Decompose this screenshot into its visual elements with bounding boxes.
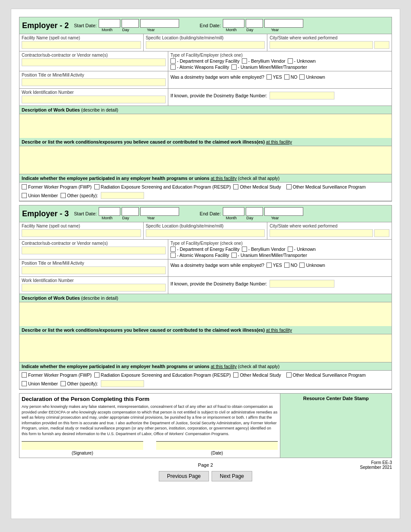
employer-2-fwp-cb[interactable]: [22, 184, 27, 189]
employer-2-other-surv-cb[interactable]: [286, 184, 292, 189]
employer-3-other-specify-input[interactable]: [101, 380, 144, 387]
employer-3-facilitytype-cell: Type of Facility/Employer (check one) - …: [168, 240, 392, 259]
employer-3-other-specify-cb[interactable]: [61, 381, 66, 386]
employer-2-doe-checkbox[interactable]: [170, 58, 176, 64]
employer-3-fwp-cb[interactable]: [22, 372, 27, 378]
employer-2-dosnum-input[interactable]: [270, 92, 334, 99]
employer-3-start-day[interactable]: [122, 207, 139, 216]
employer-3-position-input[interactable]: [22, 266, 166, 274]
signature-line[interactable]: [22, 441, 143, 450]
employer-2-contractor-input[interactable]: [22, 58, 166, 66]
employer-2-no-option[interactable]: NO: [284, 74, 298, 80]
employer-3-location-input[interactable]: [146, 229, 265, 237]
employer-2-doe-option[interactable]: - Department of Energy Facility: [170, 58, 240, 64]
employer-3-beryllium-option[interactable]: - Beryllium Vendor: [242, 247, 286, 252]
employer-2-beryllium-checkbox[interactable]: [242, 58, 247, 64]
employer-2-yes-checkbox[interactable]: [267, 74, 272, 80]
employer-3-uranium-option[interactable]: - Uranium Miner/Miller/Transporter: [231, 253, 307, 258]
employer-3-start-year[interactable]: [140, 207, 179, 216]
employer-3-dosnum-input[interactable]: [270, 280, 334, 288]
employer-2-resep-checkbox-item[interactable]: Radiation Exposure Screening and Educati…: [94, 184, 231, 189]
employer-2-state-input[interactable]: [374, 41, 389, 49]
employer-3-doe-option[interactable]: - Department of Energy Facility: [170, 247, 240, 252]
employer-2-other-med-study-cb[interactable]: [233, 184, 238, 189]
employer-3-describe-work-area[interactable]: [19, 302, 392, 326]
employer-2-location-input[interactable]: [146, 41, 265, 49]
employer-3-resep-cb[interactable]: [94, 372, 100, 378]
employer-3-doe-checkbox[interactable]: [170, 247, 176, 252]
employer-2-unknown-option[interactable]: - Unknown: [288, 58, 316, 64]
employer-2-union-cb[interactable]: [22, 193, 27, 198]
employer-2-describe-work-area[interactable]: [19, 114, 392, 138]
employer-2-facility-input[interactable]: [22, 41, 141, 49]
employer-2-other-surv-item[interactable]: Other Medical Surveillance Program: [286, 184, 366, 189]
employer-2-workid-input[interactable]: [22, 96, 166, 103]
employer-2-union-item[interactable]: Union Member: [22, 192, 58, 199]
employer-2-uranium-option[interactable]: - Uranium Miner/Miller/Transporter: [231, 64, 307, 70]
employer-3-unknown-option[interactable]: - Unknown: [288, 247, 316, 252]
employer-2-start-day[interactable]: [122, 19, 139, 28]
employer-3-no-option[interactable]: NO: [284, 263, 298, 268]
employer-3-no-checkbox[interactable]: [284, 263, 289, 268]
employer-2-end-month[interactable]: [223, 19, 244, 28]
employer-3-beryllium-checkbox[interactable]: [242, 247, 247, 252]
employer-3-resep-checkbox-item[interactable]: Radiation Exposure Screening and Educati…: [94, 372, 231, 378]
employer-3-other-surv-item[interactable]: Other Medical Surveillance Program: [286, 372, 366, 378]
employer-2-end-year[interactable]: [264, 19, 303, 28]
employer-3-other-med-study-item[interactable]: Other Medical Study: [233, 372, 281, 378]
employer-2-uranium-checkbox[interactable]: [231, 64, 237, 70]
employer-2-other-specify-item[interactable]: Other (specify):: [61, 192, 144, 199]
employer-3-uranium-checkbox[interactable]: [231, 253, 237, 258]
employer-3-contractor-input[interactable]: [22, 247, 166, 254]
employer-2-other-med-study-item[interactable]: Other Medical Study: [233, 184, 281, 189]
employer-3-conditions-area[interactable]: [19, 334, 392, 362]
employer-2-resep-cb[interactable]: [94, 184, 100, 189]
employer-3-start-day-label: Day: [117, 216, 135, 220]
employer-2-unk-option[interactable]: Unknown: [299, 74, 325, 80]
employer-2-facility-label: Facility Name (spell out name): [22, 35, 141, 40]
employer-3-location-cell: Specific Location (building/site/mine/mi…: [144, 222, 268, 239]
employer-3-awf-option[interactable]: - Atomic Weapons Facility: [170, 253, 229, 258]
employer-2-unknown-checkbox[interactable]: [288, 58, 293, 64]
employer-3-end-year[interactable]: [264, 207, 303, 216]
employer-2-other-specify-input[interactable]: [101, 192, 144, 199]
employer-3-fwp-checkbox-item[interactable]: Former Worker Program (FWP): [22, 372, 92, 378]
employer-3-unk-option[interactable]: Unknown: [299, 263, 325, 268]
employer-2-fwp-checkbox-item[interactable]: Former Worker Program (FWP): [22, 184, 92, 189]
employer-3-other-med-study-cb[interactable]: [233, 372, 238, 378]
employer-2-unk-checkbox[interactable]: [299, 74, 305, 80]
employer-2-awf-checkbox[interactable]: [170, 64, 176, 70]
employer-2-start-year[interactable]: [140, 19, 179, 28]
previous-page-button[interactable]: Previous Page: [159, 471, 209, 481]
employer-3-yes-option[interactable]: YES: [267, 263, 282, 268]
employer-3-facility-input[interactable]: [22, 229, 141, 237]
employer-3-unknown-checkbox[interactable]: [288, 247, 293, 252]
employer-3-union-cb[interactable]: [22, 381, 27, 386]
employer-2-start-month[interactable]: [99, 19, 120, 28]
employer-2-end-day[interactable]: [246, 19, 263, 28]
employer-3-start-month[interactable]: [99, 207, 120, 216]
employer-3-awf-checkbox[interactable]: [170, 253, 176, 258]
employer-3-other-specify-item[interactable]: Other (specify):: [61, 380, 144, 387]
employer-3-state-input[interactable]: [374, 229, 389, 237]
employer-2-beryllium-option[interactable]: - Beryllium Vendor: [242, 58, 286, 64]
employer-3-end-day-label: Day: [241, 216, 259, 220]
employer-2-position-input[interactable]: [22, 78, 166, 86]
employer-3-end-day[interactable]: [246, 207, 263, 216]
employer-2-no-checkbox[interactable]: [284, 74, 289, 80]
employer-2-yes-option[interactable]: YES: [267, 74, 282, 80]
employer-2-awf-option[interactable]: - Atomic Weapons Facility: [170, 64, 229, 70]
employer-3-yes-checkbox[interactable]: [267, 263, 272, 268]
employer-3-workid-input[interactable]: [22, 284, 166, 292]
employer-2-city-input[interactable]: [270, 41, 373, 49]
employer-2-conditions-area[interactable]: [19, 146, 392, 174]
employer-2-other-specify-cb[interactable]: [61, 193, 66, 198]
employer-3-end-month[interactable]: [223, 207, 244, 216]
date-line[interactable]: [156, 441, 278, 450]
employer-3-union-item[interactable]: Union Member: [22, 380, 58, 387]
next-page-button[interactable]: Next Page: [212, 471, 252, 481]
employer-3-other-surv-cb[interactable]: [286, 372, 292, 378]
employer-3-city-input[interactable]: [270, 229, 373, 237]
employer-3-unk-checkbox[interactable]: [299, 263, 305, 268]
employer-2-header: Employer - 2 Start Date: Month Day Ye: [19, 17, 392, 34]
